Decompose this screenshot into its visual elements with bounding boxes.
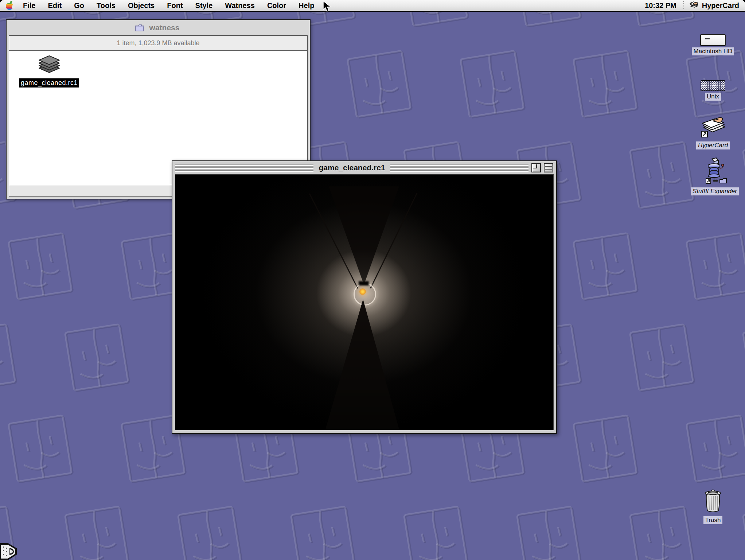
icon-label-stuffit: StuffIt Expander — [691, 187, 739, 195]
game-window-title: game_cleaned.rc1 — [316, 163, 387, 172]
menu-help[interactable]: Help — [292, 1, 320, 10]
apple-menu[interactable] — [6, 1, 13, 10]
dithered-disk-icon — [701, 80, 725, 91]
glow-ring — [354, 283, 376, 306]
desktop: watness 1 item, 1,023.9 MB available — [0, 0, 745, 560]
screen-corner — [0, 0, 4, 4]
finder-window-title: watness — [147, 23, 182, 32]
icon-label-trash: Trash — [703, 516, 723, 524]
menubar-clock[interactable]: 10:32 PM — [645, 1, 682, 10]
desktop-icon-trash[interactable]: Trash — [684, 489, 742, 524]
active-app-name: HyperCard — [702, 1, 739, 10]
hypercard-app-icon — [699, 115, 727, 139]
menu-watness[interactable]: Watness — [219, 1, 261, 10]
desktop-icon-macintosh-hd[interactable]: Macintosh HD — [684, 34, 742, 55]
desktop-icon-hypercard[interactable]: HyperCard — [684, 115, 742, 149]
app-menu-divider — [682, 1, 685, 10]
menu-font[interactable]: Font — [161, 1, 189, 10]
icon-label-macintosh-hd: Macintosh HD — [692, 47, 734, 55]
menu-file[interactable]: File — [17, 1, 42, 10]
menu-style[interactable]: Style — [189, 1, 219, 10]
finder-status-bar: 1 item, 1,023.9 MB available — [9, 36, 307, 51]
file-game-cleaned-rc1[interactable]: game_cleaned.rc1 — [13, 54, 86, 88]
titlebar-stripes — [390, 164, 528, 172]
ring-gap — [359, 281, 369, 285]
titlebar-stripes — [175, 164, 313, 172]
menu-edit[interactable]: Edit — [42, 1, 68, 10]
folder-icon — [135, 24, 144, 32]
screen-corner — [741, 0, 745, 4]
menu-go[interactable]: Go — [68, 1, 90, 10]
apple-logo-bite — [12, 5, 15, 8]
desktop-icon-stuffit-expander[interactable]: StuffIt Expander — [684, 158, 745, 195]
menu-objects[interactable]: Objects — [122, 1, 161, 10]
finder-status-text: 1 item, 1,023.9 MB available — [117, 39, 199, 47]
desktop-icon-unix[interactable]: Unix — [684, 80, 742, 101]
stuffit-press-icon — [702, 158, 728, 184]
game-window[interactable]: game_cleaned.rc1 — [172, 160, 557, 434]
icon-label-hypercard: HyperCard — [696, 141, 730, 149]
zoom-box-button[interactable] — [531, 163, 541, 172]
trash-can-icon — [703, 489, 723, 513]
icon-label-unix: Unix — [705, 93, 721, 101]
file-label[interactable]: game_cleaned.rc1 — [19, 78, 79, 88]
application-menu[interactable]: HyperCard — [689, 1, 745, 10]
collapse-box-icon — [545, 166, 552, 170]
collapse-box-button[interactable] — [544, 163, 553, 172]
zoom-box-icon — [533, 164, 537, 168]
hypercard-menubar-icon — [689, 1, 699, 9]
menu-bar: File Edit Go Tools Objects Font Style Wa… — [0, 0, 745, 12]
game-titlebar[interactable]: game_cleaned.rc1 — [172, 161, 556, 174]
orange-orb — [359, 288, 366, 295]
menu-tools[interactable]: Tools — [90, 1, 122, 10]
finder-titlebar[interactable]: watness — [7, 20, 310, 35]
partial-port-icon[interactable] — [0, 543, 17, 560]
game-canvas[interactable] — [175, 174, 554, 430]
hard-disk-icon — [700, 34, 726, 46]
hypercard-stack-file-icon — [35, 54, 63, 75]
menu-color[interactable]: Color — [261, 1, 292, 10]
mouse-cursor — [322, 1, 332, 13]
